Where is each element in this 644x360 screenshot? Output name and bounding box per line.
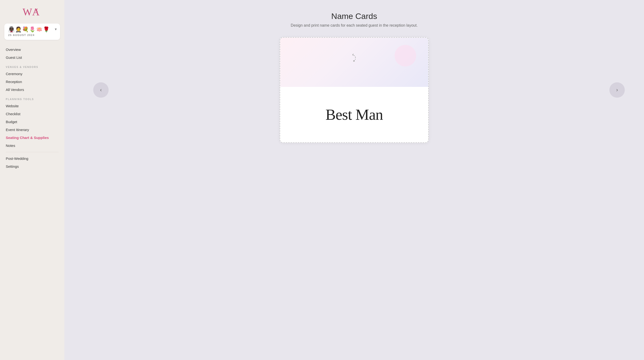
nav-tools: Website Checklist Budget Event Itinerary… xyxy=(0,102,64,150)
sidebar-item-reception[interactable]: Reception xyxy=(6,78,59,86)
sidebar-item-all-vendors[interactable]: All Vendors xyxy=(6,86,59,94)
sidebar: W A 👰🏿 🤵 💐 🌷 🪷 🌹 ▾ 25 AUGUST 2024 Overvi… xyxy=(0,0,64,360)
main-content: Name Cards Design and print name cards f… xyxy=(64,0,644,360)
sidebar-item-budget[interactable]: Budget xyxy=(6,118,59,126)
page-subtitle: Design and print name cards for each sea… xyxy=(291,23,418,28)
chevron-right-icon: › xyxy=(616,87,618,93)
avatar-strip: 👰🏿 🤵 💐 🌷 🪷 🌹 xyxy=(8,27,56,32)
wedding-dropdown-icon[interactable]: ▾ xyxy=(55,27,57,31)
wedding-date: 25 AUGUST 2024 xyxy=(8,34,56,36)
sidebar-item-settings[interactable]: Settings xyxy=(6,163,59,171)
sidebar-item-overview[interactable]: Overview xyxy=(6,46,59,53)
name-card-top xyxy=(280,38,428,87)
svg-point-4 xyxy=(353,60,355,62)
avatar-2: 🤵 xyxy=(15,27,22,32)
sidebar-item-checklist[interactable]: Checklist xyxy=(6,110,59,118)
section-label-tools: PLANNING TOOLS xyxy=(0,98,64,101)
svg-text:W: W xyxy=(22,6,32,17)
name-card-text: Best Man xyxy=(325,106,383,124)
nav-top: Overview Guest List xyxy=(0,46,64,61)
sidebar-item-event-itinerary[interactable]: Event Itinerary xyxy=(6,126,59,134)
sidebar-item-notes[interactable]: Notes xyxy=(6,142,59,150)
avatar-6: 🌹 xyxy=(43,27,50,32)
avatar-4: 🌷 xyxy=(29,27,36,32)
sidebar-item-website[interactable]: Website xyxy=(6,102,59,110)
rotate-icon xyxy=(345,52,357,64)
nav-bottom: Post-Wedding Settings xyxy=(0,155,64,171)
section-label-venues: VENUES & VENDORS xyxy=(0,66,64,68)
sidebar-item-post-wedding[interactable]: Post-Wedding xyxy=(6,155,59,163)
sidebar-item-guest-list[interactable]: Guest List xyxy=(6,53,59,61)
name-card: Best Man xyxy=(280,37,429,143)
wedding-card: 👰🏿 🤵 💐 🌷 🪷 🌹 ▾ 25 AUGUST 2024 xyxy=(4,23,60,40)
chevron-left-icon: ‹ xyxy=(100,87,102,93)
nav-venues: Ceremony Reception All Vendors xyxy=(0,70,64,94)
avatar-3: 💐 xyxy=(22,27,28,32)
svg-text:A: A xyxy=(32,6,40,17)
page-title: Name Cards xyxy=(331,11,377,21)
avatar-1: 👰🏿 xyxy=(8,27,15,32)
next-card-button[interactable]: › xyxy=(610,82,625,98)
card-area: ‹ Best Man › xyxy=(79,37,630,143)
prev-card-button[interactable]: ‹ xyxy=(93,82,108,98)
sidebar-item-ceremony[interactable]: Ceremony xyxy=(6,70,59,78)
name-card-bottom: Best Man xyxy=(280,87,428,142)
app-logo: W A xyxy=(22,6,42,19)
sidebar-item-seating-chart[interactable]: Seating Chart & Supplies xyxy=(6,134,59,142)
avatar-5: 🪷 xyxy=(36,27,42,32)
